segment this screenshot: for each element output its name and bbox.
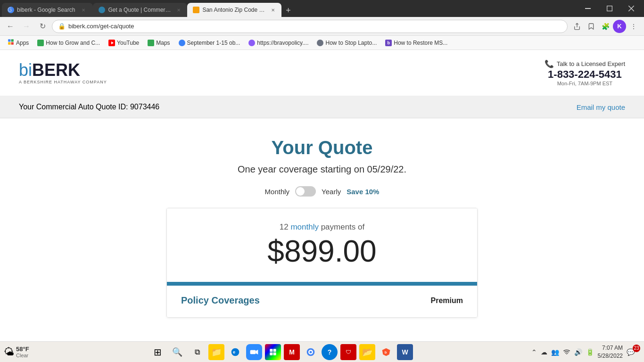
tab-label-search: biberk - Google Search: [17, 7, 75, 13]
contact-section: 📞 Talk to a Licensed Expert 1-833-224-54…: [545, 59, 625, 86]
monthly-text: monthly: [290, 222, 319, 231]
clock-time: 7:07 AM: [598, 344, 623, 352]
bookmark-grow[interactable]: How to Grow and C...: [33, 38, 104, 48]
weather-temp: 58°F: [16, 346, 29, 353]
main-content: Your Quote One year coverage starting on…: [0, 118, 644, 337]
window-controls: [577, 0, 642, 17]
tab-close-sa[interactable]: ✕: [271, 6, 276, 14]
bookmark-restore[interactable]: b How to Restore MS...: [381, 38, 451, 48]
bookmark-september-label: September 1-15 ob...: [187, 40, 240, 46]
payments-label: 12 monthly payments of: [186, 222, 458, 232]
forward-button[interactable]: →: [20, 20, 33, 33]
taskbar-app-malwarebytes[interactable]: M: [284, 344, 300, 360]
svg-marker-8: [111, 41, 114, 44]
minimize-button[interactable]: [577, 0, 599, 17]
quote-card: 12 monthly payments of $899.00 Policy Co…: [166, 208, 478, 318]
contact-phone[interactable]: 1-833-224-5431: [545, 68, 625, 81]
save-percent: Save 10%: [347, 188, 379, 196]
contact-cta: Talk to a Licensed Expert: [557, 60, 625, 67]
tab-label-sa: San Antonio Zip Code Map - Zip...: [202, 7, 265, 13]
bookmark-grow-label: How to Grow and C...: [46, 40, 100, 46]
policy-premium-label: Premium: [431, 296, 463, 305]
tray-onedrive[interactable]: ☁: [541, 348, 547, 356]
stop-favicon: [317, 40, 323, 46]
bookmark-september[interactable]: September 1-15 ob...: [175, 38, 244, 48]
svg-point-22: [566, 354, 567, 354]
menu-button[interactable]: ⋮: [627, 20, 640, 33]
tab-san-antonio[interactable]: San Antonio Zip Code Map - Zip... ✕: [187, 3, 281, 17]
taskbar-app-chrome[interactable]: [303, 344, 319, 360]
back-button[interactable]: ←: [4, 20, 17, 33]
svg-rect-4: [8, 39, 10, 41]
tab-close-ca[interactable]: ✕: [176, 6, 182, 14]
bookmark-bravo[interactable]: https://bravopolicy....: [245, 38, 312, 48]
youtube-favicon: [108, 40, 115, 46]
tray-wifi[interactable]: [563, 348, 570, 356]
share-button[interactable]: [570, 20, 584, 33]
profile-button[interactable]: K: [613, 20, 626, 33]
bookmark-maps[interactable]: Maps: [144, 38, 173, 48]
tab-label-ca: Get a Quote | Commercial Auto |: [108, 7, 171, 13]
policy-coverages-section: Policy Coverages Premium: [167, 286, 477, 317]
maximize-button[interactable]: [599, 0, 620, 17]
taskbar-app-brave[interactable]: b: [378, 344, 394, 360]
taskbar-app-zoom[interactable]: [246, 344, 262, 360]
system-clock[interactable]: 7:07 AM 5/28/2022: [598, 344, 623, 360]
taskbar-app-word[interactable]: W: [397, 344, 413, 360]
taskbar-app-edge[interactable]: e: [227, 344, 243, 360]
tab-close-search[interactable]: ✕: [80, 6, 87, 14]
tray-teamviewer[interactable]: 👥: [551, 348, 559, 356]
svg-rect-13: [270, 349, 272, 352]
address-bar[interactable]: 🔒 biberk.com/get-ca/quote: [52, 20, 568, 33]
phone-icon: 📞: [545, 59, 554, 68]
logo-bi: bi: [19, 60, 32, 80]
tab-biberk-search[interactable]: G biberk - Google Search ✕: [2, 3, 93, 17]
svg-rect-16: [273, 352, 276, 355]
close-button[interactable]: [620, 0, 642, 17]
page-title: Your Quote: [272, 137, 373, 158]
site-header: biBERK A BERKSHIRE HATHAWAY COMPANY 📞 Ta…: [0, 50, 644, 96]
svg-marker-12: [256, 350, 258, 354]
tray-show-hidden[interactable]: ⌃: [531, 348, 537, 356]
clock-date: 5/28/2022: [598, 352, 623, 360]
logo: biBERK A BERKSHIRE HATHAWAY COMPANY: [19, 62, 107, 84]
svg-rect-7: [11, 42, 14, 45]
payment-toggle-switch[interactable]: [295, 186, 316, 197]
tab-favicon-search: G: [8, 7, 14, 13]
save-label: Save 10%: [347, 188, 379, 196]
bookmark-youtube[interactable]: YouTube: [105, 38, 143, 48]
taskbar: 🌤 58°F Clear ⊞ 🔍 ⧉ 📁 e: [0, 341, 644, 362]
svg-rect-0: [585, 8, 591, 9]
bookmark-stop-laptop[interactable]: How to Stop Lapto...: [313, 38, 380, 48]
bookmark-button[interactable]: [585, 20, 598, 33]
maps-favicon: [148, 40, 154, 46]
bookmark-apps[interactable]: Apps: [4, 37, 33, 48]
email-quote-link[interactable]: Email my quote: [577, 103, 625, 111]
new-tab-button[interactable]: +: [281, 4, 295, 17]
browser-toolbar: ← → ↻ 🔒 biberk.com/get-ca/quote 🧩 K ⋮: [0, 17, 644, 36]
refresh-button[interactable]: ↻: [36, 20, 49, 33]
taskbar-app-explorer[interactable]: 📁: [208, 344, 224, 360]
svg-text:e: e: [233, 350, 235, 354]
start-button[interactable]: ⊞: [149, 344, 166, 361]
taskbar-app-store[interactable]: [265, 344, 281, 360]
tab-commercial-auto[interactable]: Get a Quote | Commercial Auto | ✕: [93, 3, 187, 17]
svg-rect-15: [270, 352, 272, 355]
taskbar-app-help[interactable]: ?: [322, 344, 338, 360]
monthly-label: Monthly: [265, 188, 290, 196]
taskbar-app-antivirus[interactable]: 🛡: [340, 344, 356, 360]
bookmark-bravo-label: https://bravopolicy....: [257, 40, 308, 46]
quote-id-text: Your Commercial Auto Quote ID: 9073446: [19, 103, 159, 111]
search-button[interactable]: 🔍: [169, 344, 186, 361]
tray-battery[interactable]: 🔋: [586, 348, 594, 356]
taskbar-app-files[interactable]: 📂: [359, 344, 375, 360]
task-view-button[interactable]: ⧉: [189, 344, 206, 361]
toolbar-icons: 🧩 K ⋮: [570, 20, 640, 33]
bravo-favicon: [248, 40, 255, 46]
weather-widget: 58°F Clear: [16, 346, 29, 358]
tray-volume[interactable]: 🔊: [574, 348, 582, 356]
svg-rect-5: [11, 39, 14, 41]
svg-rect-14: [273, 349, 276, 352]
extensions-button[interactable]: 🧩: [599, 20, 612, 33]
contact-hours: Mon-Fri, 7AM-9PM EST: [545, 81, 625, 86]
